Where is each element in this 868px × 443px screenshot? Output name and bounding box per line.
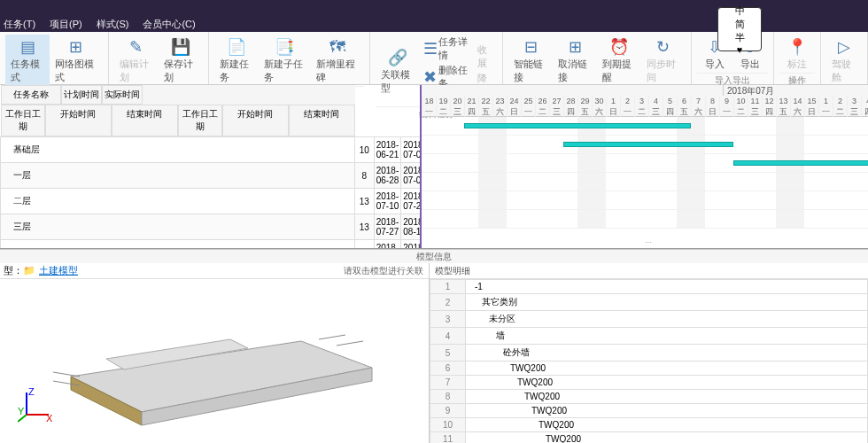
svg-text:Z: Z bbox=[28, 388, 35, 397]
detail-table[interactable]: 1-12其它类别3未分区4墙5砼外墙6TWQ2007TWQ2008TWQ2009… bbox=[430, 279, 868, 443]
delete-icon: ✖ bbox=[424, 71, 437, 83]
svg-line-4 bbox=[53, 372, 80, 377]
edit-icon: ✎ bbox=[126, 36, 147, 58]
gantt-row[interactable] bbox=[422, 154, 868, 173]
sync-time-button[interactable]: ↻同步时间 bbox=[641, 35, 686, 86]
table-row[interactable]: 二层132018-07-102018-07-26132018-07-102018… bbox=[1, 189, 422, 214]
save-icon: 💾 bbox=[170, 36, 191, 58]
detail-row[interactable]: 6TWQ200 bbox=[430, 361, 868, 376]
menu-style[interactable]: 样式(S) bbox=[97, 18, 129, 31]
table-row[interactable]: 四、五层252018-08-152018-09-18252018-08-1520… bbox=[1, 240, 422, 249]
reminder-button[interactable]: ⏰到期提醒 bbox=[597, 35, 641, 86]
task-mode-button[interactable]: ▤任务模式 bbox=[5, 35, 50, 86]
model-3d-view[interactable]: ZXY bbox=[0, 279, 429, 439]
detail-row[interactable]: 9TWQ200 bbox=[430, 404, 868, 418]
detail-row[interactable]: 10TWQ200 bbox=[430, 418, 868, 432]
sync-icon: ↻ bbox=[653, 36, 674, 58]
svg-text:X: X bbox=[46, 413, 53, 424]
smart-link-button[interactable]: ⊟智能链接 bbox=[508, 35, 553, 86]
detail-row[interactable]: 5砼外墙 bbox=[430, 345, 868, 361]
info-bar: 模型信息 bbox=[0, 249, 868, 263]
pin-icon: 📍 bbox=[787, 36, 808, 58]
gantt-row[interactable] bbox=[422, 136, 868, 154]
link-icon: 🔗 bbox=[387, 47, 408, 68]
unlink-button[interactable]: ⊞取消链接 bbox=[553, 35, 597, 86]
flag-icon: 🗺 bbox=[327, 36, 348, 58]
avatar-widget[interactable]: 中 简 半 ♥ bbox=[717, 7, 762, 51]
axis-gizmo[interactable]: ZXY bbox=[18, 388, 53, 425]
unchain-icon: ⊞ bbox=[564, 36, 585, 58]
model-link[interactable]: 土建模型 bbox=[39, 264, 78, 277]
menu-task[interactable]: 任务(T) bbox=[4, 18, 35, 31]
scroll-indicator[interactable]: ⋯ bbox=[645, 238, 652, 246]
doc-icon: 📄 bbox=[226, 36, 247, 58]
svg-text:Y: Y bbox=[18, 406, 25, 416]
table-row[interactable]: 基础层102018-06-212018-07-04102018-06-21201… bbox=[1, 137, 422, 163]
clock-icon: ⏰ bbox=[608, 36, 630, 58]
new-milestone-button[interactable]: 🗺新增里程碑 bbox=[311, 35, 364, 86]
network-mode-button[interactable]: ⊞网络图模式 bbox=[50, 35, 103, 86]
task-grid[interactable]: 任务名称 计划时间 实际时间 工作日工期开始时间结束时间 工作日工期开始时间结束… bbox=[0, 85, 422, 248]
folder-icon: 📁 bbox=[23, 265, 35, 276]
annotate-button[interactable]: 📍标注 bbox=[779, 35, 815, 73]
dashboard-button[interactable]: ▷驾驶舱 bbox=[826, 35, 862, 86]
menu-member[interactable]: 会员中心(C) bbox=[143, 18, 195, 31]
gantt-row[interactable] bbox=[422, 191, 868, 210]
gantt-row[interactable] bbox=[422, 117, 868, 136]
new-task-button[interactable]: 📄新建任务 bbox=[214, 35, 259, 86]
building-model bbox=[0, 279, 430, 439]
timeline-month: 2018年07月 bbox=[723, 85, 774, 96]
model-pane: 型： 📁 土建模型 请双击模型进行关联 ZXY bbox=[0, 263, 430, 443]
collapse-button[interactable]: 收展 bbox=[474, 43, 497, 71]
col-plan: 计划时间 bbox=[61, 85, 102, 105]
detail-title: 模型明细 bbox=[430, 263, 868, 279]
gantt-bar[interactable] bbox=[563, 142, 733, 147]
play-icon: ▷ bbox=[833, 36, 855, 58]
table-row[interactable]: 一层82018-06-282018-07-0982018-06-282018-0… bbox=[1, 163, 422, 189]
detail-row[interactable]: 1-1 bbox=[430, 280, 868, 294]
menu-project[interactable]: 项目(P) bbox=[50, 18, 82, 31]
gantt-row[interactable] bbox=[422, 173, 868, 191]
detail-icon: ☰ bbox=[424, 43, 437, 55]
doc-child-icon: 📑 bbox=[274, 36, 295, 58]
detail-row[interactable]: 2其它类别 bbox=[430, 294, 868, 311]
gantt-bar[interactable] bbox=[464, 123, 691, 128]
new-subtask-button[interactable]: 📑新建子任务 bbox=[259, 35, 312, 86]
list-icon: ▤ bbox=[17, 36, 38, 58]
detail-row[interactable]: 7TWQ200 bbox=[430, 376, 868, 390]
detail-row[interactable]: 3未分区 bbox=[430, 311, 868, 328]
gantt-timeline[interactable]: 2018年07月 18一19二20三21四22五23六24日25一26二27三2… bbox=[422, 85, 868, 248]
gantt-area: 任务名称 计划时间 实际时间 工作日工期开始时间结束时间 工作日工期开始时间结束… bbox=[0, 85, 868, 249]
detail-row[interactable]: 8TWQ200 bbox=[430, 390, 868, 404]
save-plan-button[interactable]: 💾保存计划 bbox=[159, 35, 203, 86]
edit-plan-button[interactable]: ✎编辑计划 bbox=[114, 35, 159, 86]
detail-row[interactable]: 4墙 bbox=[430, 328, 868, 345]
model-hint: 请双击模型进行关联 bbox=[344, 265, 423, 277]
svg-line-6 bbox=[319, 335, 345, 339]
detail-row[interactable]: 11TWQ200 bbox=[430, 432, 868, 444]
col-name[interactable]: 任务名称 bbox=[1, 85, 61, 105]
network-icon: ⊞ bbox=[66, 36, 87, 58]
svg-line-7 bbox=[337, 341, 363, 346]
gantt-row[interactable] bbox=[422, 210, 868, 229]
task-detail-button[interactable]: ☰任务详情 bbox=[421, 35, 474, 63]
detail-pane: 模型明细 1-12其它类别3未分区4墙5砼外墙6TWQ2007TWQ2008TW… bbox=[430, 263, 868, 443]
gantt-bar[interactable] bbox=[733, 160, 868, 166]
chain-icon: ⊟ bbox=[520, 36, 541, 58]
table-row[interactable]: 三层132018-07-272018-08-14132018-07-272018… bbox=[1, 214, 422, 240]
col-actual: 实际时间 bbox=[102, 85, 143, 105]
